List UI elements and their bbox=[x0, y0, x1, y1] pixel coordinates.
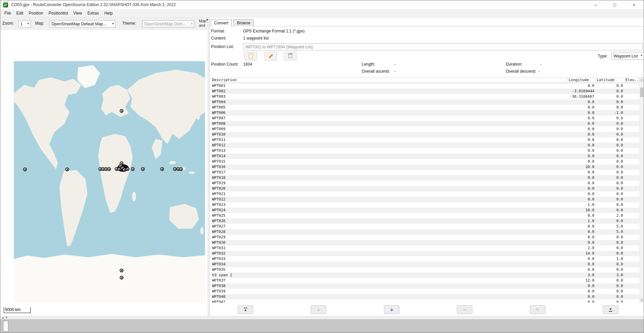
table-row[interactable]: WPT0070.00.0 bbox=[211, 116, 639, 121]
remove-position-button[interactable]: − bbox=[457, 305, 472, 314]
theme-select[interactable]: OpenStreetMap Osm... ▾ bbox=[142, 20, 194, 27]
table-row[interactable]: WPT0050.00.0 bbox=[211, 105, 639, 110]
waypoint-marker[interactable] bbox=[120, 109, 124, 113]
new-position-list-button[interactable] bbox=[244, 52, 257, 61]
tab-convert[interactable]: Convert bbox=[211, 19, 232, 27]
table-row[interactable]: WPT0231.00.0 bbox=[211, 202, 639, 208]
table-cell: 0.0 bbox=[568, 213, 596, 218]
table-cell: 0.0 bbox=[596, 105, 624, 110]
column-header-longitude[interactable]: Longitude bbox=[568, 77, 596, 83]
tab-browse[interactable]: Browse bbox=[233, 19, 254, 26]
minimize-button[interactable]: – bbox=[586, 0, 605, 9]
table-row[interactable]: WPT0080.00.0 bbox=[211, 121, 639, 126]
table-row[interactable]: WPT0060.0-1.0 bbox=[211, 110, 639, 116]
table-scrollbar[interactable]: ▲ ▼ bbox=[640, 77, 644, 303]
table-row[interactable]: WPT0190.00.0 bbox=[211, 181, 639, 186]
table-row[interactable]: WPT0300.00.0 bbox=[211, 240, 639, 245]
collapse-down-icon[interactable]: ▼ bbox=[5, 316, 8, 319]
move-down-button[interactable]: ▼ bbox=[530, 305, 545, 314]
waypoint-marker[interactable] bbox=[120, 276, 124, 280]
waypoint-marker[interactable] bbox=[179, 167, 183, 171]
menu-item-positionlist[interactable]: Positionlist bbox=[46, 9, 71, 17]
table-row[interactable]: WPT0040.00.0 bbox=[211, 99, 639, 105]
menu-item-file[interactable]: File bbox=[2, 9, 14, 17]
table-row[interactable]: WPT0261.00.0 bbox=[211, 218, 639, 224]
table-row[interactable]: WPT0090.00.0 bbox=[211, 126, 639, 132]
table-row[interactable]: WPT02418.00.0 bbox=[211, 208, 639, 213]
table-row[interactable]: WPT0130.00.0 bbox=[211, 148, 639, 153]
table-row[interactable]: WPT002-3.01694440.0 bbox=[211, 89, 639, 94]
waypoint-marker[interactable] bbox=[123, 168, 126, 172]
waypoint-marker[interactable] bbox=[160, 167, 164, 171]
table-row[interactable]: WPT0350.00.0 bbox=[211, 267, 639, 272]
table-row[interactable]: WPT0180.00.0 bbox=[211, 175, 639, 181]
horizontal-splitter[interactable]: ▲ ▼ bbox=[0, 316, 644, 319]
column-header-description[interactable]: Description bbox=[211, 77, 568, 83]
scroll-down-icon[interactable]: ▼ bbox=[640, 298, 644, 302]
waypoint-marker[interactable] bbox=[126, 167, 130, 171]
table-row[interactable]: WPT0340.00.0 bbox=[211, 262, 639, 267]
map-select[interactable]: OpenStreetMap Default Map... ▾ bbox=[49, 20, 115, 27]
waypoint-marker[interactable] bbox=[66, 168, 69, 171]
table-row[interactable]: WPT0250.02.0 bbox=[211, 213, 639, 218]
table-row[interactable]: WPT03712.00.0 bbox=[211, 278, 639, 283]
menu-item-position[interactable]: Position bbox=[26, 9, 46, 17]
table-row[interactable]: WPT0400.00.0 bbox=[211, 294, 639, 300]
table-row[interactable]: WPT0110.00.0 bbox=[211, 137, 639, 143]
menu-item-extras[interactable]: Extras bbox=[85, 9, 102, 17]
delete-position-list-button[interactable] bbox=[284, 52, 297, 61]
scrollbar-thumb[interactable] bbox=[640, 88, 643, 97]
table-row[interactable]: WPT0170.00.0 bbox=[211, 170, 639, 175]
waypoint-marker[interactable] bbox=[141, 167, 145, 171]
menu-item-edit[interactable]: Edit bbox=[14, 9, 26, 17]
table-row[interactable]: WPT0010.00.0 bbox=[211, 83, 639, 89]
table-row[interactable]: WPT01610.00.0 bbox=[211, 164, 639, 170]
table-row[interactable]: WPT003-36.31666670.0 bbox=[211, 94, 639, 99]
position-list-input[interactable] bbox=[243, 43, 643, 50]
table-row[interactable]: WPT0330.01.0 bbox=[211, 256, 639, 262]
table-row[interactable]: WPT03214.00.0 bbox=[211, 251, 639, 256]
column-header-elevation[interactable]: Elev... bbox=[624, 77, 639, 83]
rename-position-list-button[interactable] bbox=[264, 52, 277, 61]
table-row[interactable]: WPT0100.00.0 bbox=[211, 132, 639, 137]
table-row[interactable]: WPT0150.00.0 bbox=[211, 159, 639, 164]
menu-item-help[interactable]: Help bbox=[102, 9, 115, 17]
table-row[interactable]: WPT0290.00.0 bbox=[211, 235, 639, 240]
menu-item-view[interactable]: View bbox=[71, 9, 85, 17]
table-cell: 18.0 bbox=[568, 208, 596, 213]
table-row[interactable]: WPT0390.00.0 bbox=[211, 289, 639, 294]
add-position-button[interactable]: + bbox=[384, 305, 400, 314]
table-row[interactable]: WPT0200.00.0 bbox=[211, 186, 639, 191]
collapse-up-icon[interactable]: ▲ bbox=[2, 316, 4, 319]
scroll-up-icon[interactable]: ▲ bbox=[640, 77, 644, 82]
table-cell bbox=[624, 208, 639, 213]
maximize-button[interactable]: □ bbox=[605, 0, 624, 9]
table-row[interactable]: WPT0220.00.0 bbox=[211, 197, 639, 202]
close-button[interactable]: × bbox=[624, 0, 644, 9]
table-row[interactable]: WPT0410.00.0 bbox=[211, 300, 639, 303]
move-up-button[interactable]: ▲ bbox=[311, 305, 326, 314]
table-row[interactable]: h3 span {3.03.0 bbox=[211, 272, 639, 278]
table-row[interactable]: WPT0380.00.0 bbox=[211, 283, 639, 289]
waypoint-marker[interactable] bbox=[131, 167, 135, 171]
table-cell: 0.0 bbox=[596, 137, 624, 143]
waypoint-marker[interactable] bbox=[107, 167, 111, 171]
table-row[interactable]: WPT0312.00.0 bbox=[211, 245, 639, 251]
type-select[interactable]: Waypoint List ▾ bbox=[612, 52, 644, 60]
splitter-expand-icon[interactable]: ▸ bbox=[207, 18, 208, 21]
table-cell: 0.0 bbox=[568, 191, 596, 197]
move-to-bottom-button[interactable]: ▼ bbox=[603, 305, 618, 314]
table-row[interactable]: WPT0280.05.0 bbox=[211, 229, 639, 235]
table-row[interactable]: WPT0120.00.0 bbox=[211, 143, 639, 148]
map-canvas[interactable] bbox=[14, 61, 205, 303]
move-to-top-button[interactable]: ▲ bbox=[238, 305, 253, 314]
waypoint-marker[interactable] bbox=[120, 269, 124, 272]
collapsed-panel-tab[interactable] bbox=[3, 321, 8, 332]
table-row[interactable]: WPT0270.05.0 bbox=[211, 224, 639, 229]
table-row[interactable]: WPT0140.00.0 bbox=[211, 153, 639, 159]
column-header-latitude[interactable]: Latitude bbox=[596, 77, 624, 83]
waypoint-marker[interactable] bbox=[23, 168, 27, 171]
table-row[interactable]: WPT0210.00.0 bbox=[211, 191, 639, 197]
table-cell: 0.0 bbox=[568, 235, 596, 240]
zoom-select[interactable]: 1 ▾ bbox=[18, 20, 31, 27]
